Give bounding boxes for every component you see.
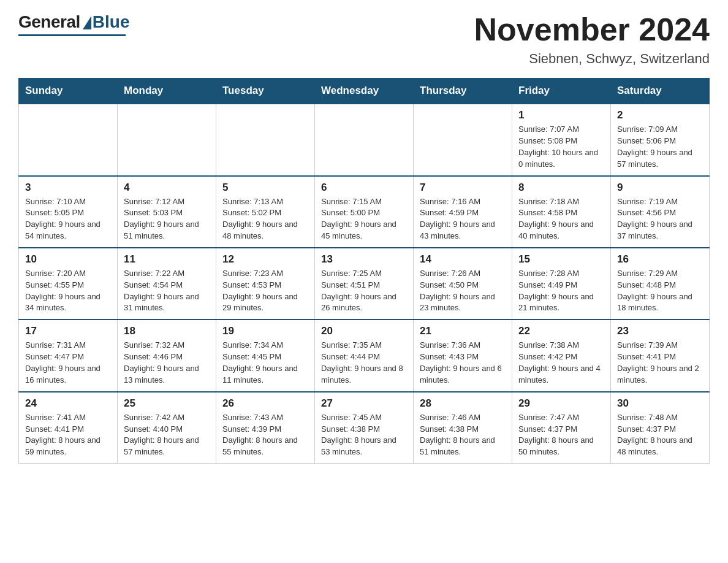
day-info: Sunrise: 7:41 AM Sunset: 4:41 PM Dayligh… <box>25 412 111 458</box>
day-info: Sunrise: 7:07 AM Sunset: 5:08 PM Dayligh… <box>518 124 604 170</box>
calendar-day-header: Monday <box>118 79 216 104</box>
calendar-cell: 7Sunrise: 7:16 AM Sunset: 4:59 PM Daylig… <box>414 176 512 248</box>
calendar-week-row: 1Sunrise: 7:07 AM Sunset: 5:08 PM Daylig… <box>19 104 710 175</box>
logo-triangle-icon <box>83 16 91 29</box>
calendar-cell: 13Sunrise: 7:25 AM Sunset: 4:51 PM Dayli… <box>315 248 414 320</box>
day-number: 19 <box>222 325 308 337</box>
calendar-cell <box>216 104 315 175</box>
day-number: 20 <box>321 325 407 337</box>
calendar-day-header: Sunday <box>19 79 118 104</box>
calendar-cell: 27Sunrise: 7:45 AM Sunset: 4:38 PM Dayli… <box>315 392 414 464</box>
calendar-cell: 18Sunrise: 7:32 AM Sunset: 4:46 PM Dayli… <box>118 320 216 391</box>
calendar-cell: 15Sunrise: 7:28 AM Sunset: 4:49 PM Dayli… <box>512 248 611 320</box>
day-number: 12 <box>222 253 308 266</box>
day-info: Sunrise: 7:13 AM Sunset: 5:02 PM Dayligh… <box>222 196 308 242</box>
calendar-cell: 2Sunrise: 7:09 AM Sunset: 5:06 PM Daylig… <box>611 104 710 175</box>
day-info: Sunrise: 7:23 AM Sunset: 4:53 PM Dayligh… <box>222 268 308 314</box>
calendar-day-header: Saturday <box>611 79 710 104</box>
header-right: November 2024 Siebnen, Schwyz, Switzerla… <box>474 12 710 67</box>
calendar-cell: 11Sunrise: 7:22 AM Sunset: 4:54 PM Dayli… <box>118 248 216 320</box>
calendar-day-header: Thursday <box>414 79 512 104</box>
day-info: Sunrise: 7:46 AM Sunset: 4:38 PM Dayligh… <box>420 412 506 458</box>
calendar-cell: 22Sunrise: 7:38 AM Sunset: 4:42 PM Dayli… <box>512 320 611 391</box>
day-number: 7 <box>420 182 506 194</box>
day-info: Sunrise: 7:25 AM Sunset: 4:51 PM Dayligh… <box>321 268 407 314</box>
calendar-cell: 30Sunrise: 7:48 AM Sunset: 4:37 PM Dayli… <box>611 392 710 464</box>
calendar-cell: 25Sunrise: 7:42 AM Sunset: 4:40 PM Dayli… <box>118 392 216 464</box>
day-number: 30 <box>617 397 703 410</box>
calendar-cell: 10Sunrise: 7:20 AM Sunset: 4:55 PM Dayli… <box>19 248 118 320</box>
day-number: 6 <box>321 182 407 194</box>
calendar-cell: 12Sunrise: 7:23 AM Sunset: 4:53 PM Dayli… <box>216 248 315 320</box>
day-info: Sunrise: 7:36 AM Sunset: 4:43 PM Dayligh… <box>420 340 506 386</box>
day-info: Sunrise: 7:45 AM Sunset: 4:38 PM Dayligh… <box>321 412 407 458</box>
calendar-week-row: 3Sunrise: 7:10 AM Sunset: 5:05 PM Daylig… <box>19 176 710 248</box>
day-number: 9 <box>617 182 703 194</box>
day-number: 8 <box>518 182 604 194</box>
calendar-cell: 14Sunrise: 7:26 AM Sunset: 4:50 PM Dayli… <box>414 248 512 320</box>
calendar-week-row: 17Sunrise: 7:31 AM Sunset: 4:47 PM Dayli… <box>19 320 710 391</box>
day-info: Sunrise: 7:19 AM Sunset: 4:56 PM Dayligh… <box>617 196 703 242</box>
logo-general-text: General <box>18 12 80 32</box>
day-info: Sunrise: 7:29 AM Sunset: 4:48 PM Dayligh… <box>617 268 703 314</box>
day-info: Sunrise: 7:26 AM Sunset: 4:50 PM Dayligh… <box>420 268 506 314</box>
calendar-cell: 8Sunrise: 7:18 AM Sunset: 4:58 PM Daylig… <box>512 176 611 248</box>
calendar-cell: 9Sunrise: 7:19 AM Sunset: 4:56 PM Daylig… <box>611 176 710 248</box>
day-number: 4 <box>124 182 210 194</box>
calendar-cell <box>118 104 216 175</box>
day-info: Sunrise: 7:42 AM Sunset: 4:40 PM Dayligh… <box>124 412 210 458</box>
day-number: 16 <box>617 253 703 266</box>
day-number: 14 <box>420 253 506 266</box>
calendar-cell <box>19 104 118 175</box>
calendar-cell: 1Sunrise: 7:07 AM Sunset: 5:08 PM Daylig… <box>512 104 611 175</box>
day-info: Sunrise: 7:12 AM Sunset: 5:03 PM Dayligh… <box>124 196 210 242</box>
calendar-cell <box>414 104 512 175</box>
day-info: Sunrise: 7:18 AM Sunset: 4:58 PM Dayligh… <box>518 196 604 242</box>
day-number: 15 <box>518 253 604 266</box>
day-info: Sunrise: 7:31 AM Sunset: 4:47 PM Dayligh… <box>25 340 111 386</box>
day-number: 3 <box>25 182 111 194</box>
day-number: 2 <box>617 109 703 121</box>
calendar-cell: 5Sunrise: 7:13 AM Sunset: 5:02 PM Daylig… <box>216 176 315 248</box>
day-number: 27 <box>321 397 407 410</box>
calendar-week-row: 24Sunrise: 7:41 AM Sunset: 4:41 PM Dayli… <box>19 392 710 464</box>
page-subtitle: Siebnen, Schwyz, Switzerland <box>474 51 710 67</box>
calendar-cell: 28Sunrise: 7:46 AM Sunset: 4:38 PM Dayli… <box>414 392 512 464</box>
day-info: Sunrise: 7:20 AM Sunset: 4:55 PM Dayligh… <box>25 268 111 314</box>
day-number: 17 <box>25 325 111 337</box>
day-info: Sunrise: 7:09 AM Sunset: 5:06 PM Dayligh… <box>617 124 703 170</box>
calendar-cell: 26Sunrise: 7:43 AM Sunset: 4:39 PM Dayli… <box>216 392 315 464</box>
calendar-day-header: Tuesday <box>216 79 315 104</box>
day-number: 26 <box>222 397 308 410</box>
day-number: 5 <box>222 182 308 194</box>
day-number: 11 <box>124 253 210 266</box>
day-info: Sunrise: 7:16 AM Sunset: 4:59 PM Dayligh… <box>420 196 506 242</box>
day-number: 21 <box>420 325 506 337</box>
day-info: Sunrise: 7:10 AM Sunset: 5:05 PM Dayligh… <box>25 196 111 242</box>
day-number: 22 <box>518 325 604 337</box>
calendar-cell: 23Sunrise: 7:39 AM Sunset: 4:41 PM Dayli… <box>611 320 710 391</box>
calendar-cell: 3Sunrise: 7:10 AM Sunset: 5:05 PM Daylig… <box>19 176 118 248</box>
calendar-table: SundayMondayTuesdayWednesdayThursdayFrid… <box>18 78 710 464</box>
day-info: Sunrise: 7:43 AM Sunset: 4:39 PM Dayligh… <box>222 412 308 458</box>
day-number: 13 <box>321 253 407 266</box>
day-number: 28 <box>420 397 506 410</box>
day-info: Sunrise: 7:39 AM Sunset: 4:41 PM Dayligh… <box>617 340 703 386</box>
day-number: 24 <box>25 397 111 410</box>
page-header: General Blue November 2024 Siebnen, Schw… <box>18 12 710 67</box>
page-title: November 2024 <box>474 12 710 47</box>
day-number: 18 <box>124 325 210 337</box>
day-number: 29 <box>518 397 604 410</box>
day-number: 25 <box>124 397 210 410</box>
calendar-week-row: 10Sunrise: 7:20 AM Sunset: 4:55 PM Dayli… <box>19 248 710 320</box>
calendar-cell: 17Sunrise: 7:31 AM Sunset: 4:47 PM Dayli… <box>19 320 118 391</box>
day-info: Sunrise: 7:47 AM Sunset: 4:37 PM Dayligh… <box>518 412 604 458</box>
day-info: Sunrise: 7:48 AM Sunset: 4:37 PM Dayligh… <box>617 412 703 458</box>
day-info: Sunrise: 7:15 AM Sunset: 5:00 PM Dayligh… <box>321 196 407 242</box>
day-info: Sunrise: 7:38 AM Sunset: 4:42 PM Dayligh… <box>518 340 604 386</box>
calendar-cell: 6Sunrise: 7:15 AM Sunset: 5:00 PM Daylig… <box>315 176 414 248</box>
day-number: 1 <box>518 109 604 121</box>
calendar-cell: 20Sunrise: 7:35 AM Sunset: 4:44 PM Dayli… <box>315 320 414 391</box>
day-info: Sunrise: 7:35 AM Sunset: 4:44 PM Dayligh… <box>321 340 407 386</box>
calendar-day-header: Friday <box>512 79 611 104</box>
